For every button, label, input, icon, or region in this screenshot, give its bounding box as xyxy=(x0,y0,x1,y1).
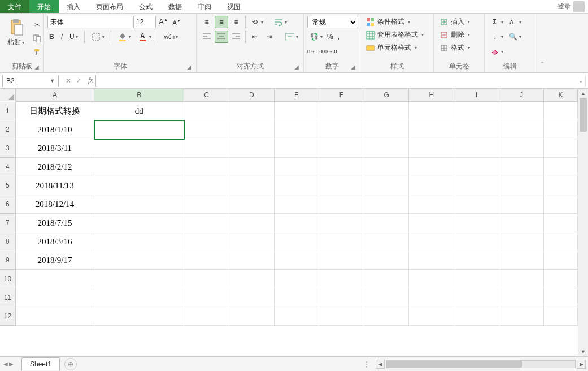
cell-I6[interactable] xyxy=(454,195,499,214)
accept-formula-button[interactable]: ✓ xyxy=(76,77,81,85)
cell-H9[interactable] xyxy=(409,251,454,270)
row-head-12[interactable]: 12 xyxy=(0,307,16,326)
cell-D11[interactable] xyxy=(229,288,275,307)
row-head-9[interactable]: 9 xyxy=(0,251,16,270)
cell-A5[interactable]: 2018/11/13 xyxy=(16,176,94,195)
cell-E2[interactable] xyxy=(275,120,320,139)
name-box[interactable]: B2 ▼ xyxy=(2,75,59,87)
cell-J10[interactable] xyxy=(499,270,545,288)
align-middle-button[interactable]: ≡ xyxy=(215,16,228,28)
cell-J4[interactable] xyxy=(499,158,545,176)
formula-bar[interactable]: ⌄ xyxy=(95,75,586,87)
sheet-tab[interactable]: Sheet1 xyxy=(21,357,60,370)
row-head-5[interactable]: 5 xyxy=(0,176,16,195)
cell-J1[interactable] xyxy=(499,102,545,120)
cell-C8[interactable] xyxy=(184,232,229,251)
tab-layout[interactable]: 页面布局 xyxy=(88,0,131,13)
cell-F9[interactable] xyxy=(319,251,364,270)
row-head-4[interactable]: 4 xyxy=(0,158,16,176)
login-button[interactable]: 登录 xyxy=(554,0,588,13)
align-top-button[interactable]: ≡ xyxy=(200,16,214,28)
sheet-nav-prev[interactable]: ◀ xyxy=(3,361,8,367)
cell-G9[interactable] xyxy=(364,251,410,270)
cell-H3[interactable] xyxy=(409,139,454,158)
cell-J12[interactable] xyxy=(499,307,545,326)
cell-C6[interactable] xyxy=(184,195,229,214)
cell-I11[interactable] xyxy=(454,288,499,307)
row-head-6[interactable]: 6 xyxy=(0,195,16,214)
cell-E6[interactable] xyxy=(275,195,320,214)
cell-A11[interactable] xyxy=(16,288,94,307)
cell-I4[interactable] xyxy=(454,158,499,176)
cell-H7[interactable] xyxy=(409,214,454,232)
add-sheet-button[interactable]: ⊕ xyxy=(64,358,77,370)
font-launcher[interactable]: ◢ xyxy=(187,64,191,70)
cell-E4[interactable] xyxy=(275,158,320,176)
cell-I1[interactable] xyxy=(454,102,499,120)
align-left-button[interactable] xyxy=(200,31,214,43)
expand-formula-icon[interactable]: ⌄ xyxy=(578,77,583,84)
row-head-7[interactable]: 7 xyxy=(0,214,16,232)
tab-file[interactable]: 文件 xyxy=(0,0,29,13)
cell-E5[interactable] xyxy=(275,176,320,195)
cell-G11[interactable] xyxy=(364,288,410,307)
row-head-10[interactable]: 10 xyxy=(0,270,16,288)
cell-F4[interactable] xyxy=(319,158,364,176)
shrink-font-button[interactable]: A▼ xyxy=(171,18,182,27)
cell-D12[interactable] xyxy=(229,307,275,326)
percent-button[interactable]: % xyxy=(325,32,335,42)
row-head-11[interactable]: 11 xyxy=(0,288,16,307)
cell-F12[interactable] xyxy=(319,307,364,326)
cell-B7[interactable] xyxy=(94,214,184,232)
font-color-button[interactable]: A xyxy=(136,31,153,43)
align-launcher[interactable]: ◢ xyxy=(294,64,299,70)
col-head-J[interactable]: J xyxy=(499,89,545,102)
cell-B1[interactable]: dd xyxy=(94,102,184,120)
cell-B5[interactable] xyxy=(94,176,184,195)
cut-button[interactable]: ✂ xyxy=(31,19,44,31)
cell-E10[interactable] xyxy=(275,270,320,288)
cell-E1[interactable] xyxy=(275,102,320,120)
format-cells-button[interactable]: 格式 xyxy=(437,42,481,54)
indent-inc-button[interactable]: ⇥ xyxy=(263,31,276,43)
col-head-B[interactable]: B xyxy=(94,89,184,102)
col-head-H[interactable]: H xyxy=(409,89,454,102)
cell-G8[interactable] xyxy=(364,232,410,251)
fx-icon[interactable]: fx xyxy=(86,76,95,85)
col-head-C[interactable]: C xyxy=(184,89,229,102)
cell-J11[interactable] xyxy=(499,288,545,307)
row-head-2[interactable]: 2 xyxy=(0,120,16,139)
cell-C9[interactable] xyxy=(184,251,229,270)
cell-G5[interactable] xyxy=(364,176,410,195)
cell-J6[interactable] xyxy=(499,195,545,214)
cell-I2[interactable] xyxy=(454,120,499,139)
cell-K7[interactable] xyxy=(544,214,578,232)
col-head-K[interactable]: K xyxy=(544,89,578,102)
cell-I9[interactable] xyxy=(454,251,499,270)
cell-E7[interactable] xyxy=(275,214,320,232)
cell-D2[interactable] xyxy=(229,120,275,139)
accounting-button[interactable]: 💱 xyxy=(307,31,324,43)
cell-J9[interactable] xyxy=(499,251,545,270)
cell-C1[interactable] xyxy=(184,102,229,120)
vertical-scrollbar[interactable]: ▲ ▼ xyxy=(578,89,588,356)
cell-I7[interactable] xyxy=(454,214,499,232)
cell-C12[interactable] xyxy=(184,307,229,326)
cell-J8[interactable] xyxy=(499,232,545,251)
cell-A7[interactable]: 2018/7/15 xyxy=(16,214,94,232)
cell-E11[interactable] xyxy=(275,288,320,307)
cell-B2[interactable] xyxy=(94,120,184,139)
cell-C4[interactable] xyxy=(184,158,229,176)
conditional-format-button[interactable]: 条件格式 xyxy=(364,16,430,28)
cell-E9[interactable] xyxy=(275,251,320,270)
cell-D6[interactable] xyxy=(229,195,275,214)
cell-A8[interactable]: 2018/3/16 xyxy=(16,232,94,251)
cell-B12[interactable] xyxy=(94,307,184,326)
phonetic-button[interactable]: wén xyxy=(163,33,180,41)
cell-A9[interactable]: 2018/9/17 xyxy=(16,251,94,270)
col-head-I[interactable]: I xyxy=(454,89,499,102)
cell-B6[interactable] xyxy=(94,195,184,214)
cell-A10[interactable] xyxy=(16,270,94,288)
cell-J2[interactable] xyxy=(499,120,545,139)
col-head-E[interactable]: E xyxy=(275,89,320,102)
